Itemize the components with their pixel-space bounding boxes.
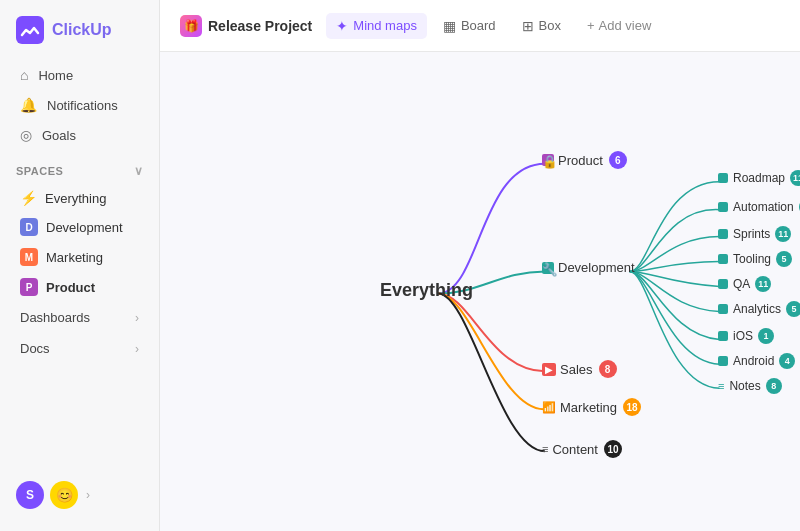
sprints-node: Sprints 11 bbox=[718, 226, 791, 242]
product-node-label: Product bbox=[558, 153, 603, 168]
tab-mind-maps[interactable]: ✦ Mind maps bbox=[326, 13, 427, 39]
tooling-icon bbox=[718, 254, 728, 264]
notes-node: ≡ Notes 8 bbox=[718, 378, 782, 394]
roadmap-icon bbox=[718, 173, 728, 183]
notes-icon: ≡ bbox=[718, 380, 724, 392]
roadmap-badge: 11 bbox=[790, 170, 800, 186]
tab-mind-maps-label: Mind maps bbox=[353, 18, 417, 33]
board-icon: ▦ bbox=[443, 18, 456, 34]
sales-node: ▶ Sales 8 bbox=[542, 360, 617, 378]
goals-label: Goals bbox=[42, 128, 76, 143]
add-view-button[interactable]: + Add view bbox=[577, 13, 661, 38]
marketing-badge: 18 bbox=[623, 398, 641, 416]
ios-icon bbox=[718, 331, 728, 341]
notes-label: Notes bbox=[729, 379, 760, 393]
notifications-label: Notifications bbox=[47, 98, 118, 113]
chevron-right-icon: › bbox=[135, 342, 139, 356]
everything-label: Everything bbox=[45, 191, 106, 206]
sales-node-label: Sales bbox=[560, 362, 593, 377]
tooling-badge: 5 bbox=[776, 251, 792, 267]
sprints-label: Sprints bbox=[733, 227, 770, 241]
roadmap-label: Roadmap bbox=[733, 171, 785, 185]
development-node: 🔧 Development bbox=[542, 260, 635, 275]
nav-notifications[interactable]: 🔔 Notifications bbox=[4, 90, 155, 120]
dev-node-icon: 🔧 bbox=[542, 262, 554, 274]
qa-label: QA bbox=[733, 277, 750, 291]
home-label: Home bbox=[38, 68, 73, 83]
analytics-node: Analytics 5 bbox=[718, 301, 800, 317]
development-avatar: D bbox=[20, 218, 38, 236]
content-node-label: Content bbox=[552, 442, 598, 457]
roadmap-node: Roadmap 11 bbox=[718, 170, 800, 186]
dev-node-label: Development bbox=[558, 260, 635, 275]
sales-badge: 8 bbox=[599, 360, 617, 378]
sprints-badge: 11 bbox=[775, 226, 791, 242]
development-label: Development bbox=[46, 220, 123, 235]
notes-badge: 8 bbox=[766, 378, 782, 394]
box-icon: ⊞ bbox=[522, 18, 534, 34]
tab-board[interactable]: ▦ Board bbox=[433, 13, 506, 39]
content-node: ≡ Content 10 bbox=[542, 440, 622, 458]
sidebar-item-product[interactable]: P Product bbox=[4, 272, 155, 302]
marketing-node: 📶 Marketing 18 bbox=[542, 398, 641, 416]
root-node: Everything bbox=[380, 280, 473, 301]
analytics-label: Analytics bbox=[733, 302, 781, 316]
mindmap-area: Everything 🔒 Product 6 🔧 Development ▶ S… bbox=[160, 52, 800, 531]
sales-icon: ▶ bbox=[542, 363, 556, 376]
tooling-label: Tooling bbox=[733, 252, 771, 266]
qa-node: QA 11 bbox=[718, 276, 771, 292]
dashboards-link[interactable]: Dashboards › bbox=[4, 302, 155, 333]
logo-text: ClickUp bbox=[52, 21, 112, 39]
tab-box[interactable]: ⊞ Box bbox=[512, 13, 571, 39]
tooling-node: Tooling 5 bbox=[718, 251, 792, 267]
content-icon: ≡ bbox=[542, 443, 548, 455]
tab-box-label: Box bbox=[539, 18, 561, 33]
user-avatar-g: 😊 bbox=[50, 481, 78, 509]
product-node-icon: 🔒 bbox=[542, 154, 554, 166]
automation-node: Automation 6 bbox=[718, 199, 800, 215]
add-view-label: Add view bbox=[599, 18, 652, 33]
chevron-down-icon[interactable]: ∨ bbox=[134, 164, 144, 178]
spaces-section-header: Spaces ∨ bbox=[0, 150, 159, 184]
automation-icon bbox=[718, 202, 728, 212]
sidebar-item-development[interactable]: D Development bbox=[4, 212, 155, 242]
docs-label: Docs bbox=[20, 341, 50, 356]
sidebar: ClickUp ⌂ Home 🔔 Notifications ◎ Goals S… bbox=[0, 0, 160, 531]
mind-maps-icon: ✦ bbox=[336, 18, 348, 34]
sprints-icon bbox=[718, 229, 728, 239]
ios-node: iOS 1 bbox=[718, 328, 774, 344]
product-node: 🔒 Product 6 bbox=[542, 151, 627, 169]
android-label: Android bbox=[733, 354, 774, 368]
ios-badge: 1 bbox=[758, 328, 774, 344]
logo: ClickUp bbox=[0, 12, 159, 60]
svg-rect-0 bbox=[16, 16, 44, 44]
android-badge: 4 bbox=[779, 353, 795, 369]
chevron-right-icon: › bbox=[86, 488, 90, 502]
spaces-label: Spaces bbox=[16, 165, 63, 177]
docs-link[interactable]: Docs › bbox=[4, 333, 155, 364]
project-icon: 🎁 bbox=[180, 15, 202, 37]
qa-icon bbox=[718, 279, 728, 289]
sidebar-item-marketing[interactable]: M Marketing bbox=[4, 242, 155, 272]
marketing-label: Marketing bbox=[46, 250, 103, 265]
analytics-icon bbox=[718, 304, 728, 314]
content-badge: 10 bbox=[604, 440, 622, 458]
everything-icon: ⚡ bbox=[20, 190, 37, 206]
marketing-icon: 📶 bbox=[542, 401, 556, 414]
marketing-node-label: Marketing bbox=[560, 400, 617, 415]
sidebar-item-everything[interactable]: ⚡ Everything bbox=[4, 184, 155, 212]
tab-board-label: Board bbox=[461, 18, 496, 33]
product-avatar: P bbox=[20, 278, 38, 296]
product-badge: 6 bbox=[609, 151, 627, 169]
analytics-badge: 5 bbox=[786, 301, 800, 317]
user-avatar-s: S bbox=[16, 481, 44, 509]
sidebar-footer: S 😊 › bbox=[0, 471, 159, 519]
header: 🎁 Release Project ✦ Mind maps ▦ Board ⊞ … bbox=[160, 0, 800, 52]
goals-icon: ◎ bbox=[20, 127, 32, 143]
plus-icon: + bbox=[587, 18, 595, 33]
clickup-logo-icon bbox=[16, 16, 44, 44]
nav-home[interactable]: ⌂ Home bbox=[4, 60, 155, 90]
nav-goals[interactable]: ◎ Goals bbox=[4, 120, 155, 150]
main-content: 🎁 Release Project ✦ Mind maps ▦ Board ⊞ … bbox=[160, 0, 800, 531]
project-title: Release Project bbox=[208, 18, 312, 34]
